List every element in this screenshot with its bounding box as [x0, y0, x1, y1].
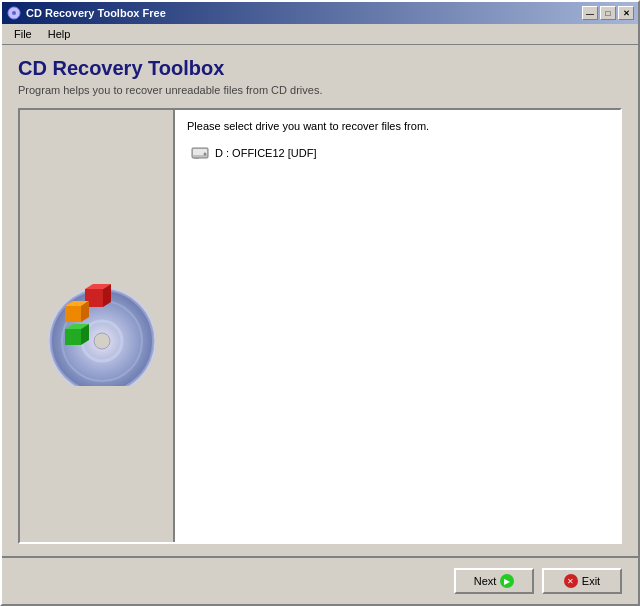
app-title: CD Recovery Toolbox: [18, 57, 622, 80]
next-icon: ▶: [500, 574, 514, 588]
menu-bar: File Help: [2, 24, 638, 45]
svg-point-1: [12, 11, 16, 15]
drive-icon: [191, 144, 209, 162]
maximize-button[interactable]: □: [600, 6, 616, 20]
main-panel: Please select drive you want to recover …: [18, 108, 622, 544]
svg-rect-20: [194, 157, 199, 159]
next-label: Next: [474, 575, 497, 587]
main-window: CD Recovery Toolbox Free — □ ✕ File Help…: [0, 0, 640, 606]
exit-icon: ✕: [564, 574, 578, 588]
cd-logo-image: [37, 266, 157, 386]
minimize-button[interactable]: —: [582, 6, 598, 20]
window-controls: — □ ✕: [582, 6, 634, 20]
window-title: CD Recovery Toolbox Free: [26, 7, 582, 19]
svg-point-19: [204, 153, 207, 156]
menu-file[interactable]: File: [6, 26, 40, 42]
exit-label: Exit: [582, 575, 600, 587]
app-icon: [6, 5, 22, 21]
app-subtitle: Program helps you to recover unreadable …: [18, 84, 622, 96]
next-button[interactable]: Next ▶: [454, 568, 534, 594]
left-panel: [20, 110, 175, 542]
svg-point-6: [94, 333, 110, 349]
title-bar: CD Recovery Toolbox Free — □ ✕: [2, 2, 638, 24]
instruction-text: Please select drive you want to recover …: [187, 120, 608, 132]
drive-item[interactable]: D : OFFICE12 [UDF]: [187, 142, 608, 164]
drive-list: D : OFFICE12 [UDF]: [187, 142, 608, 532]
close-button[interactable]: ✕: [618, 6, 634, 20]
svg-marker-14: [65, 329, 81, 345]
menu-help[interactable]: Help: [40, 26, 79, 42]
content-area: CD Recovery Toolbox Program helps you to…: [2, 45, 638, 556]
svg-marker-11: [65, 306, 81, 322]
drive-label: D : OFFICE12 [UDF]: [215, 147, 316, 159]
footer: Next ▶ ✕ Exit: [2, 556, 638, 604]
right-panel: Please select drive you want to recover …: [175, 110, 620, 542]
exit-button[interactable]: ✕ Exit: [542, 568, 622, 594]
